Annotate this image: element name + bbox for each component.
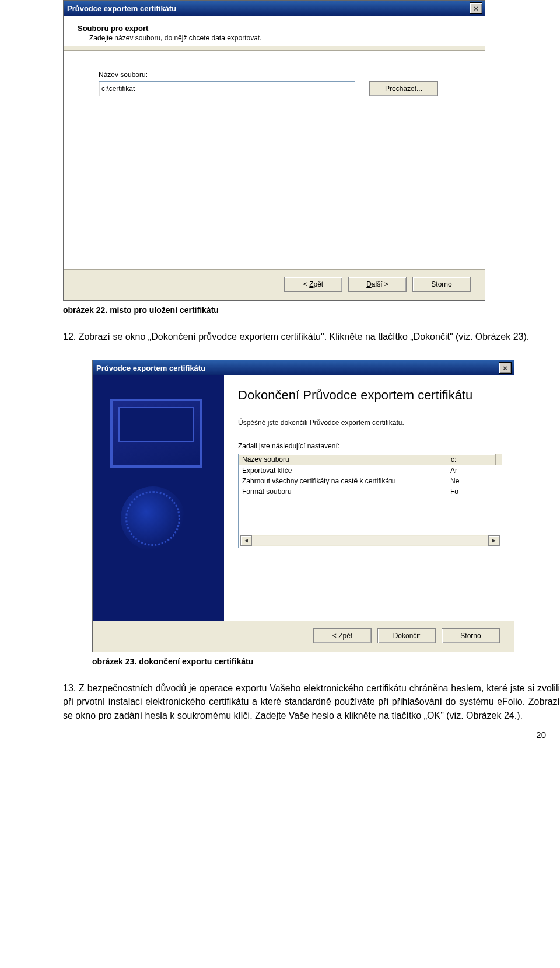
figure-23-caption: obrázek 23. dokončení exportu certifikát…	[92, 657, 560, 666]
export-wizard-finish-dialog: Průvodce exportem certifikátu × Dokončen…	[92, 360, 514, 652]
dialog1-heading: Souboru pro export	[78, 24, 471, 33]
scroll-right-icon[interactable]: ►	[488, 535, 500, 546]
cell: Název souboru	[239, 454, 447, 465]
export-wizard-file-dialog: Průvodce exportem certifikátu × Souboru …	[63, 0, 485, 301]
dialog2-title: Průvodce exportem certifikátu	[96, 364, 205, 372]
file-name-input[interactable]	[99, 81, 355, 96]
cell: Fo	[447, 486, 495, 497]
figure-22-caption: obrázek 22. místo pro uložení certifikát…	[63, 305, 560, 315]
wizard-finish-heading: Dokončení Průvodce exportem certifikátu	[238, 387, 502, 403]
wizard-settings-label: Zadali jste následující nastavení:	[238, 442, 502, 450]
cell: c:	[447, 454, 496, 465]
listview-row: Název souboruc:	[239, 454, 502, 465]
browse-label-rest: rocházet...	[390, 85, 422, 93]
next-button[interactable]: Další >	[348, 277, 407, 292]
cell: Formát souboru	[239, 486, 447, 497]
close-icon[interactable]: ×	[499, 362, 512, 374]
dialog2-button-row: < Zpět Dokončit Storno	[93, 621, 514, 652]
settings-listview[interactable]: Název souboruc: Exportovat klíčeAr Zahrn…	[238, 454, 502, 548]
file-name-label: Název souboru:	[99, 71, 467, 79]
cell: Zahrnout všechny certifikáty na cestě k …	[239, 476, 447, 486]
finish-button[interactable]: Dokončit	[377, 628, 436, 643]
listview-row: Zahrnout všechny certifikáty na cestě k …	[239, 476, 502, 486]
step-12-text: 12. Zobrazí se okno „Dokončení průvodce …	[63, 330, 547, 343]
listview-row: Formát souboruFo	[239, 486, 502, 497]
page-number: 20	[536, 730, 546, 740]
scroll-left-icon[interactable]: ◄	[240, 535, 252, 546]
listview-row: Exportovat klíčeAr	[239, 465, 502, 476]
dialog1-title: Průvodce exportem certifikátu	[67, 4, 176, 13]
cell: Ne	[447, 476, 495, 486]
close-icon[interactable]: ×	[470, 2, 482, 14]
wizard-sidebar-graphic	[93, 375, 224, 621]
dialog1-subheading: Zadejte název souboru, do nějž chcete da…	[89, 34, 471, 42]
dialog2-titlebar[interactable]: Průvodce exportem certifikátu ×	[93, 360, 514, 375]
wizard-success-text: Úspěšně jste dokončili Průvodce exportem…	[238, 419, 502, 427]
cancel-button[interactable]: Storno	[412, 277, 471, 292]
dialog1-button-row: < Zpět Další > Storno	[64, 269, 485, 300]
back-button[interactable]: < Zpět	[313, 628, 372, 643]
cell: Ar	[447, 465, 495, 476]
back-button[interactable]: < Zpět	[284, 277, 342, 292]
step-13-text: 13. Z bezpečnostních důvodů je operace e…	[63, 681, 560, 722]
horizontal-scrollbar[interactable]: ◄ ►	[240, 535, 501, 546]
dialog1-titlebar[interactable]: Průvodce exportem certifikátu ×	[64, 1, 485, 16]
scroll-track[interactable]	[252, 536, 488, 545]
cancel-button[interactable]: Storno	[442, 628, 500, 643]
browse-button[interactable]: Procházet...	[369, 81, 438, 96]
cell: Exportovat klíče	[239, 465, 447, 476]
